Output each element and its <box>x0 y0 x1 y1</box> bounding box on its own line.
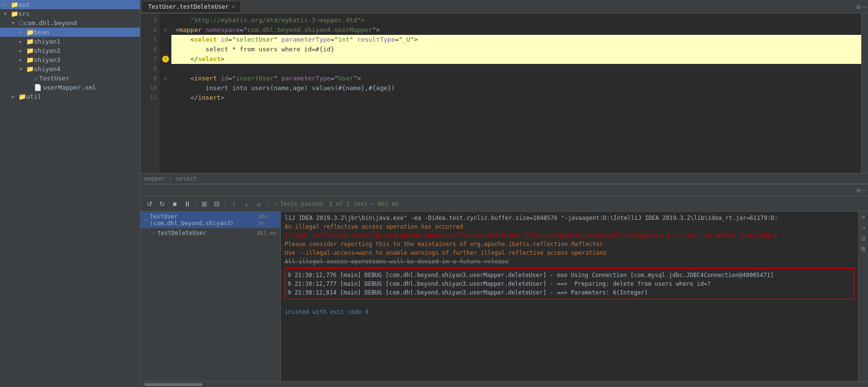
test-time-1: 861 ms <box>257 230 276 236</box>
code-tag-mapper: mapper <box>179 25 202 35</box>
tree-arrow-util: ▶ <box>12 94 17 99</box>
pause-button[interactable]: ⏸ <box>182 199 193 209</box>
expand-all-button[interactable]: ⊞ <box>199 199 210 209</box>
bottom-settings-icon[interactable]: ⚙ <box>856 186 860 194</box>
sidebar-item-shiyan4[interactable]: ▼ 📁 shiyan4 <box>0 64 140 74</box>
code-lines[interactable]: "http://mybatis.org/dtd/mybatis-3-mapper… <box>171 14 861 173</box>
tree-arrow-shiyan3: ▶ <box>19 57 25 62</box>
editor-content: 3 4 5 6 7 8 9 10 11 ▽ <box>140 14 868 173</box>
minimize-icon[interactable]: — <box>863 3 866 10</box>
test-item-label-0: TestUser (com.dhl.beyond.shiyan3) <box>150 213 257 227</box>
collapse-all-button[interactable]: ⊟ <box>212 199 222 209</box>
folder-icon-shiyan4: 📁 <box>26 65 34 73</box>
sidebar-item-shiyan1[interactable]: ▶ 📁 shiyan1 <box>0 37 140 46</box>
gutter-5 <box>160 35 171 45</box>
toolbar-separator3 <box>267 199 268 209</box>
sidebar-item-usermapper[interactable]: ▶ 📄 userMapper.xml <box>0 83 140 92</box>
sidebar-label-shiyan4: shiyan4 <box>34 65 61 73</box>
console-debug-2: 9 21:30:12,814 [main] DEBUG [com.dhl.bey… <box>288 288 852 297</box>
bottom-right-icons: ≡ ⇥ 🖨 🗑 <box>858 212 868 381</box>
fold-icon-9[interactable]: ▽ <box>164 76 167 81</box>
test-time-0: 861 ms <box>259 214 276 226</box>
scroll-down-button[interactable]: ↓ <box>241 199 252 209</box>
code-text-5: <select id="selectUser" parameterType="i… <box>175 35 418 45</box>
test-tree: ✓ TestUser (com.dhl.beyond.shiyan3) 861 … <box>140 212 281 381</box>
stop-button[interactable]: ■ <box>169 199 180 209</box>
right-icon-4[interactable]: 🗑 <box>860 246 868 253</box>
sidebar-item-bean[interactable]: ▶ 📁 bean <box>0 28 140 37</box>
java-icon-testuser: ☕ <box>34 75 38 82</box>
right-icon-1[interactable]: ≡ <box>860 214 868 221</box>
line-num-6: 6 <box>140 45 157 54</box>
sidebar-label-testuser: TestUser <box>39 75 70 82</box>
console-line-0: liJ IDEA 2019.3.2\jbr\bin\java.exe" -ea … <box>285 214 854 222</box>
sidebar-item-out[interactable]: ▶ 📁 out <box>0 0 140 9</box>
project-sidebar: ▶ 📁 out ▼ 📁 src ▼ ⬡ com.dhl.beyond ▶ 📁 b… <box>0 0 140 387</box>
code-text-6: select * from users where id=#{id} <box>175 45 335 54</box>
tree-arrow-shiyan1: ▶ <box>19 39 25 44</box>
code-text-4b <box>202 25 206 35</box>
gutter-4[interactable]: ▽ <box>160 25 171 35</box>
gutter-6 <box>160 45 171 54</box>
bottom-settings-row: ⚙ — <box>140 185 868 196</box>
console-line-3: Please consider reporting this to the ma… <box>285 240 854 248</box>
code-text-9: <insert id="insertUser" parameterType="U… <box>175 74 361 83</box>
sidebar-label-usermapper: userMapper.xml <box>43 84 96 91</box>
folder-icon-src: 📁 <box>11 10 18 17</box>
settings-gear-icon[interactable]: ⚙ <box>856 3 860 11</box>
tree-arrow-shiyan4: ▼ <box>19 66 25 72</box>
code-line-3: "http://mybatis.org/dtd/mybatis-3-mapper… <box>171 15 861 25</box>
line-num-8: 8 <box>140 64 157 74</box>
breadcrumb-text: mapper › select <box>144 175 197 182</box>
gutter-7: ! <box>160 54 171 64</box>
sidebar-item-shiyan2[interactable]: ▶ 📁 shiyan2 <box>0 46 140 55</box>
main-container: ▶ 📁 out ▼ 📁 src ▼ ⬡ com.dhl.beyond ▶ 📁 b… <box>0 0 868 387</box>
sidebar-item-util[interactable]: ▶ 📁 util <box>0 92 140 101</box>
package-icon: ⬡ <box>18 19 24 27</box>
test-item-label-1: testDeleteUser <box>157 230 206 236</box>
test-tree-item-testdeleteuser[interactable]: ✓ testDeleteUser 861 ms <box>140 228 280 238</box>
bottom-panel: ⚙ — ↺ ↻ ■ ⏸ ⊞ ⊟ ↑ ↓ ⌕ ✓ Tests passed: 1 … <box>140 184 868 387</box>
pass-icon-testuser: ✓ <box>144 217 148 223</box>
editor-tab-active[interactable]: TestUser.testDeleteUser ✕ <box>142 1 241 12</box>
editor-tabs: TestUser.testDeleteUser ✕ ⚙ — <box>140 0 868 14</box>
sidebar-item-testuser[interactable]: ▶ ☕ TestUser <box>0 74 140 83</box>
tab-close-button[interactable]: ✕ <box>231 3 235 10</box>
console-output[interactable]: liJ IDEA 2019.3.2\jbr\bin\java.exe" -ea … <box>281 212 858 381</box>
hint-icon-7[interactable]: ! <box>162 56 169 62</box>
console-line-5: All illegal access operations will be de… <box>285 257 854 266</box>
bottom-toolbar: ↺ ↻ ■ ⏸ ⊞ ⊟ ↑ ↓ ⌕ ✓ Tests passed: 1 of 1… <box>140 196 868 212</box>
right-icon-3[interactable]: 🖨 <box>860 235 868 243</box>
code-line-9: <insert id="insertUser" parameterType="U… <box>171 74 861 83</box>
tree-arrow-com: ▼ <box>12 20 17 26</box>
line-num-4: 4 <box>140 25 157 35</box>
sidebar-item-shiyan3[interactable]: ▶ 📁 shiyan3 <box>0 55 140 64</box>
sidebar-label-out: out <box>18 1 30 8</box>
test-status-text: Tests passed: 1 of 1 test – 861 ms <box>280 201 399 207</box>
code-line-10: insert into users(name,age) values(#{nam… <box>171 83 861 93</box>
highlighted-debug-box: 9 21:30:12,776 [main] DEBUG [com.dhl.bey… <box>285 268 854 300</box>
right-icon-2[interactable]: ⇥ <box>860 224 868 232</box>
line-numbers: 3 4 5 6 7 8 9 10 11 <box>140 14 160 173</box>
sidebar-item-src[interactable]: ▼ 📁 src <box>0 9 140 18</box>
code-line-7: </select> <box>171 54 861 64</box>
search-button[interactable]: ⌕ <box>254 199 264 209</box>
gutter-3 <box>160 15 171 25</box>
sidebar-label-util: util <box>26 93 41 100</box>
test-tree-item-testuser[interactable]: ✓ TestUser (com.dhl.beyond.shiyan3) 861 … <box>140 212 280 228</box>
rerun-button[interactable]: ↺ <box>144 199 155 209</box>
fold-icon-4[interactable]: ▽ <box>164 28 167 33</box>
breadcrumb: mapper › select <box>140 173 868 184</box>
folder-icon-util: 📁 <box>18 93 26 100</box>
scroll-up-button[interactable]: ↑ <box>228 199 239 209</box>
editor-scrollbar[interactable] <box>861 14 868 173</box>
rerun-failed-button[interactable]: ↻ <box>157 199 168 209</box>
bottom-scrollbar[interactable] <box>140 381 868 387</box>
line-num-10: 10 <box>140 83 157 93</box>
line-num-9: 9 <box>140 74 157 83</box>
console-debug-0: 9 21:30:12,776 [main] DEBUG [com.dhl.bey… <box>288 271 852 279</box>
gutter-9[interactable]: ▽ <box>160 74 171 83</box>
sidebar-item-com-dhl[interactable]: ▼ ⬡ com.dhl.beyond <box>0 18 140 28</box>
folder-icon-shiyan1: 📁 <box>26 38 34 45</box>
bottom-minimize-icon[interactable]: — <box>863 187 866 194</box>
